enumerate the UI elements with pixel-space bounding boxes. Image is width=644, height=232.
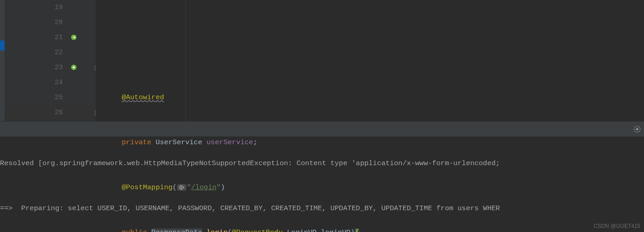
line-number: 21	[5, 34, 68, 41]
param: loginVO	[321, 228, 350, 232]
editor-area: 19 20 21 22 23 − 24 25 26 − @Autowired p	[0, 0, 644, 121]
type: UserService	[156, 138, 202, 146]
gear-icon[interactable]	[633, 125, 641, 133]
svg-line-12	[635, 131, 636, 132]
punct: (	[173, 183, 177, 192]
brace: {	[355, 228, 359, 232]
keyword: public	[122, 228, 147, 232]
punct: (	[228, 228, 232, 232]
code-line[interactable]: private UserService userService;	[105, 135, 644, 150]
svg-point-1	[71, 65, 77, 70]
line-number: 26	[5, 109, 68, 116]
project-panel-sliver	[0, 0, 5, 121]
url-globe-icon[interactable]	[177, 184, 186, 191]
annotation: @Autowired	[122, 93, 164, 101]
code-line[interactable]: @PostMapping("/login")	[105, 180, 644, 195]
string: "	[216, 183, 220, 192]
svg-line-9	[635, 127, 636, 128]
line-number: 25	[5, 94, 68, 101]
code-line[interactable]: public ResponseData login(@RequestBody L…	[105, 225, 644, 232]
method: login	[206, 228, 228, 232]
svg-line-11	[639, 127, 640, 128]
code-editor[interactable]: @Autowired private UserService userServi…	[96, 0, 644, 121]
annotation: @PostMapping	[122, 183, 173, 192]
watermark: CSDN @GUET415	[593, 223, 640, 229]
endpoint-icon[interactable]	[70, 64, 77, 71]
keyword: private	[122, 138, 151, 146]
url-path[interactable]: /login	[191, 183, 216, 192]
punct: )	[221, 183, 225, 192]
punct: ;	[253, 138, 257, 146]
line-number: 19	[5, 4, 68, 11]
line-number: 23	[5, 64, 68, 71]
type: ResponseData	[151, 228, 202, 232]
svg-point-4	[636, 128, 639, 131]
svg-line-10	[639, 131, 640, 132]
tool-window-stripe[interactable]	[0, 121, 644, 136]
svg-point-0	[71, 35, 77, 40]
indent-guide	[185, 0, 186, 121]
spring-bean-icon[interactable]	[70, 34, 77, 41]
line-number: 24	[5, 79, 68, 86]
svg-point-2	[73, 66, 75, 69]
type: LoginVO	[287, 228, 317, 232]
gutter: 19 20 21 22 23 − 24 25 26 −	[5, 0, 96, 121]
line-number: 20	[5, 19, 68, 26]
project-selection-stripe	[0, 40, 5, 50]
annotation: @RequestBody	[232, 228, 283, 232]
field: userService	[206, 138, 253, 146]
punct: )	[351, 228, 355, 232]
line-number: 22	[5, 49, 68, 56]
